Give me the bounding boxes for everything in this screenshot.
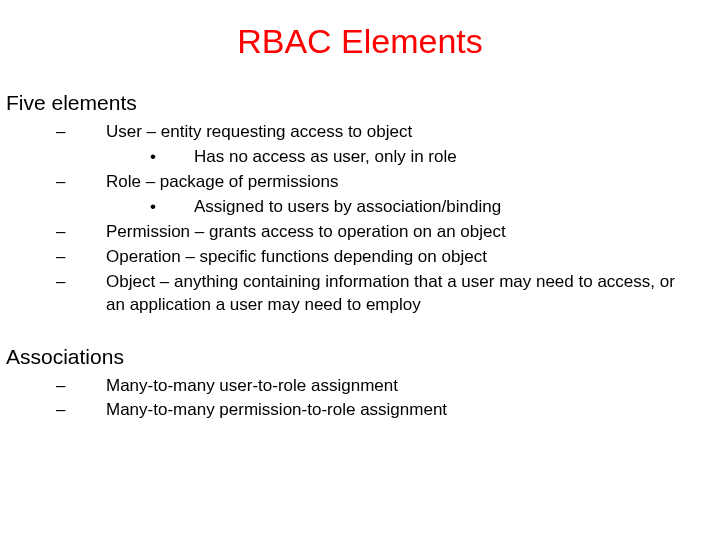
list-subitem-text: Assigned to users by association/binding (194, 196, 720, 219)
dash-bullet-icon: – (56, 375, 106, 398)
dash-bullet-icon: – (56, 171, 106, 194)
list-item-text: Role – package of permissions (106, 171, 720, 194)
section-heading-associations: Associations (6, 345, 720, 369)
list-item: – Role – package of permissions (56, 171, 720, 194)
list-item: – Many-to-many permission-to-role assign… (56, 399, 720, 422)
list-item-text: Object – anything containing information… (106, 271, 720, 317)
dash-bullet-icon: – (56, 246, 106, 269)
slide-title: RBAC Elements (0, 0, 720, 71)
list-item: – Operation – specific functions dependi… (56, 246, 720, 269)
list-item-text: Many-to-many user-to-role assignment (106, 375, 720, 398)
list-item-text: Permission – grants access to operation … (106, 221, 720, 244)
list-subitem-text: Has no access as user, only in role (194, 146, 720, 169)
list-subitem: • Assigned to users by association/bindi… (150, 196, 720, 219)
list-item: – Permission – grants access to operatio… (56, 221, 720, 244)
list-item-text: Operation – specific functions depending… (106, 246, 720, 269)
dot-bullet-icon: • (150, 146, 194, 169)
dash-bullet-icon: – (56, 121, 106, 144)
dash-bullet-icon: – (56, 399, 106, 422)
slide: RBAC Elements Five elements – User – ent… (0, 0, 720, 540)
dot-bullet-icon: • (150, 196, 194, 219)
section-heading-five-elements: Five elements (6, 91, 720, 115)
list-item: – Many-to-many user-to-role assignment (56, 375, 720, 398)
dash-bullet-icon: – (56, 221, 106, 244)
list-item-text: Many-to-many permission-to-role assignme… (106, 399, 720, 422)
list-item: – Object – anything containing informati… (56, 271, 720, 317)
dash-bullet-icon: – (56, 271, 106, 317)
list-item-text: User – entity requesting access to objec… (106, 121, 720, 144)
list-item: – User – entity requesting access to obj… (56, 121, 720, 144)
list-subitem: • Has no access as user, only in role (150, 146, 720, 169)
